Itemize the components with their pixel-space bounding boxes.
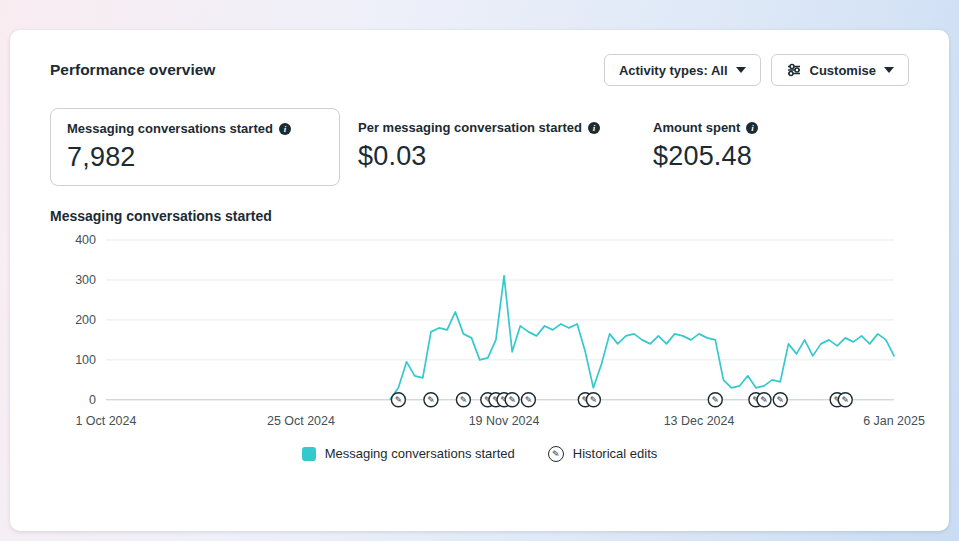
y-tick-label: 400 bbox=[75, 233, 96, 247]
chart-container: 01002003004001 Oct 202425 Oct 202419 Nov… bbox=[50, 232, 909, 432]
x-tick-label: 6 Jan 2025 bbox=[863, 414, 925, 428]
x-tick-label: 19 Nov 2024 bbox=[469, 414, 540, 428]
historical-edit-icon: ✎ bbox=[548, 446, 564, 462]
x-tick-label: 1 Oct 2024 bbox=[75, 414, 136, 428]
metric-label: Per messaging conversation started i bbox=[358, 120, 653, 135]
info-icon[interactable]: i bbox=[279, 123, 291, 135]
svg-text:✎: ✎ bbox=[712, 395, 720, 405]
chart-line bbox=[390, 276, 894, 399]
edit-marker[interactable]: ✎ bbox=[505, 393, 519, 407]
svg-text:✎: ✎ bbox=[460, 395, 468, 405]
svg-text:✎: ✎ bbox=[427, 395, 435, 405]
metric-card-per-conversation[interactable]: Per messaging conversation started i $0.… bbox=[358, 108, 653, 184]
edit-marker[interactable]: ✎ bbox=[757, 393, 771, 407]
activity-types-dropdown[interactable]: Activity types: All bbox=[604, 54, 761, 86]
svg-text:✎: ✎ bbox=[590, 395, 598, 405]
svg-text:✎: ✎ bbox=[777, 395, 785, 405]
y-tick-label: 0 bbox=[89, 393, 96, 407]
toolbar: Activity types: All Customise bbox=[604, 54, 909, 86]
page-title: Performance overview bbox=[50, 61, 215, 79]
svg-text:✎: ✎ bbox=[395, 395, 403, 405]
metric-label-text: Per messaging conversation started bbox=[358, 120, 582, 135]
y-tick-label: 200 bbox=[75, 313, 96, 327]
x-tick-label: 13 Dec 2024 bbox=[664, 414, 735, 428]
metric-value: $0.03 bbox=[358, 141, 653, 172]
chevron-down-icon bbox=[884, 67, 894, 73]
y-tick-label: 100 bbox=[75, 353, 96, 367]
metric-label: Messaging conversations started i bbox=[67, 121, 323, 136]
edit-marker[interactable]: ✎ bbox=[708, 393, 722, 407]
info-icon[interactable]: i bbox=[588, 122, 600, 134]
chart-legend: Messaging conversations started ✎ Histor… bbox=[50, 446, 909, 462]
edit-marker[interactable]: ✎ bbox=[773, 393, 787, 407]
info-icon[interactable]: i bbox=[746, 122, 758, 134]
page-background: Performance overview Activity types: All bbox=[0, 0, 959, 541]
svg-text:✎: ✎ bbox=[842, 395, 850, 405]
svg-text:✎: ✎ bbox=[525, 395, 533, 405]
edit-marker[interactable]: ✎ bbox=[391, 393, 405, 407]
customise-dropdown[interactable]: Customise bbox=[771, 54, 909, 86]
metric-label-text: Messaging conversations started bbox=[67, 121, 273, 136]
legend-series-label: Messaging conversations started bbox=[325, 446, 515, 461]
y-tick-label: 300 bbox=[75, 273, 96, 287]
activity-types-label: Activity types: All bbox=[619, 63, 728, 78]
series-swatch bbox=[302, 447, 316, 461]
legend-edits-label: Historical edits bbox=[573, 446, 658, 461]
metric-value: 7,982 bbox=[67, 142, 323, 173]
chart-title: Messaging conversations started bbox=[50, 208, 909, 224]
customise-label: Customise bbox=[810, 63, 876, 78]
metric-value: $205.48 bbox=[653, 141, 758, 172]
edit-marker[interactable]: ✎ bbox=[424, 393, 438, 407]
metrics-row: Messaging conversations started i 7,982 … bbox=[50, 108, 909, 186]
svg-text:✎: ✎ bbox=[508, 395, 516, 405]
chart-svg: 01002003004001 Oct 202425 Oct 202419 Nov… bbox=[50, 232, 909, 432]
chevron-down-icon bbox=[736, 67, 746, 73]
customise-icon bbox=[786, 62, 802, 78]
metric-label: Amount spent i bbox=[653, 120, 758, 135]
header: Performance overview Activity types: All bbox=[50, 54, 909, 86]
performance-overview-card: Performance overview Activity types: All bbox=[10, 30, 949, 531]
edit-marker[interactable]: ✎ bbox=[838, 393, 852, 407]
x-tick-label: 25 Oct 2024 bbox=[267, 414, 335, 428]
edit-marker[interactable]: ✎ bbox=[586, 393, 600, 407]
metric-card-amount-spent[interactable]: Amount spent i $205.48 bbox=[653, 108, 758, 184]
svg-text:✎: ✎ bbox=[760, 395, 768, 405]
edit-marker[interactable]: ✎ bbox=[456, 393, 470, 407]
metric-card-messaging-conversations[interactable]: Messaging conversations started i 7,982 bbox=[50, 108, 340, 186]
edit-marker[interactable]: ✎ bbox=[521, 393, 535, 407]
metric-label-text: Amount spent bbox=[653, 120, 740, 135]
